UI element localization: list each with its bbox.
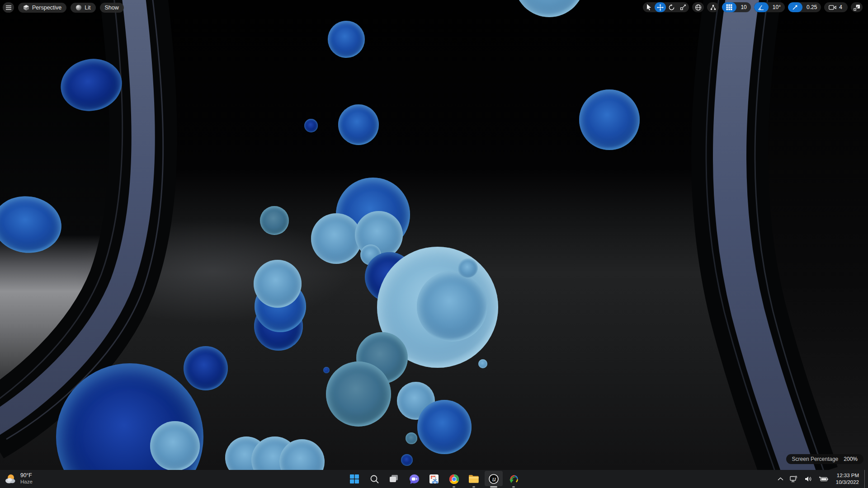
- bubble-sphere: [514, 0, 585, 17]
- svg-text:u: u: [491, 475, 496, 483]
- viewport-toolbar-left: Perspective Lit Show: [3, 2, 124, 13]
- weather-widget[interactable]: 90°F Haze: [5, 470, 33, 488]
- grid-icon: [726, 4, 732, 10]
- screen-capture-button[interactable]: [429, 470, 439, 488]
- viewport-options-button[interactable]: [3, 2, 14, 13]
- rotation-snap-toggle[interactable]: [754, 2, 769, 12]
- cursor-arrow-icon: [646, 4, 652, 10]
- lit-sphere-icon: [75, 5, 82, 11]
- snipping-tool-icon: [429, 474, 439, 484]
- perspective-label: Perspective: [32, 5, 61, 11]
- bubble-sphere: [458, 258, 478, 278]
- viewport-toolbar-right: 10 10° 0.25 4: [643, 2, 863, 12]
- open-indicator: [512, 486, 515, 488]
- bubble-sphere: [150, 421, 200, 470]
- screen-percentage-label: Screen Percentage: [792, 456, 839, 462]
- task-view-icon: [389, 474, 399, 483]
- surface-snapping-button[interactable]: [707, 2, 719, 12]
- transform-tools-group: [643, 2, 689, 12]
- grid-snap-control: 10: [722, 2, 750, 12]
- scale-arrow-icon: [792, 5, 798, 10]
- system-tray: 12:33 PM 10/3/2022: [775, 470, 868, 488]
- scale-snap-toggle[interactable]: [788, 2, 802, 12]
- unreal-editor-screen: Perspective Lit Show: [0, 0, 868, 488]
- weather-condition: Haze: [20, 479, 33, 485]
- taskbar-clock[interactable]: 12:33 PM 10/3/2022: [832, 472, 863, 486]
- select-tool-button[interactable]: [643, 2, 655, 12]
- bubble-sphere: [323, 367, 330, 373]
- rotation-snap-control: 10°: [754, 2, 785, 12]
- folder-icon: [468, 474, 479, 483]
- grid-snap-toggle[interactable]: [722, 2, 736, 12]
- ethernet-network-icon: [790, 476, 797, 483]
- immersive-mode-button[interactable]: [851, 2, 863, 12]
- camera-speed-control: 4: [824, 2, 848, 12]
- weather-text: 90°F Haze: [20, 473, 33, 485]
- tray-status-icons: [786, 472, 832, 486]
- view-mode-dropdown[interactable]: Lit: [71, 3, 95, 13]
- network-button[interactable]: [788, 472, 800, 486]
- bubble-sphere: [311, 213, 362, 264]
- search-icon: [370, 474, 379, 484]
- taskbar-app-icons: u: [349, 470, 519, 488]
- show-label: Show: [105, 5, 119, 11]
- cube-icon: [23, 5, 29, 11]
- move-tool-button[interactable]: [655, 2, 666, 12]
- rotate-icon: [668, 4, 675, 11]
- bubble-sphere: [326, 361, 391, 427]
- bubble-sphere: [406, 432, 417, 444]
- perspective-dropdown[interactable]: Perspective: [18, 3, 66, 13]
- scale-snap-value[interactable]: 0.25: [802, 2, 821, 12]
- clock-time: 12:33 PM: [836, 472, 859, 479]
- weather-sun-cloud-icon: [5, 474, 17, 484]
- view-mode-label: Lit: [85, 5, 90, 11]
- grid-snap-value[interactable]: 10: [736, 2, 750, 12]
- volume-button[interactable]: [802, 472, 814, 486]
- bubble-sphere: [184, 346, 228, 390]
- camera-speed-value[interactable]: 4: [837, 2, 846, 12]
- open-indicator: [453, 486, 455, 488]
- bubble-sphere: [478, 359, 487, 368]
- bubble-sphere: [417, 271, 487, 342]
- chrome-button[interactable]: [448, 470, 459, 488]
- weather-temperature: 90°F: [20, 473, 32, 479]
- show-dropdown[interactable]: Show: [100, 3, 124, 13]
- bubble-sphere: [56, 53, 127, 117]
- move-icon: [657, 4, 664, 11]
- bubble-sphere: [260, 206, 289, 235]
- search-button[interactable]: [369, 470, 380, 488]
- bubble-sphere: [417, 400, 472, 454]
- rotate-tool-button[interactable]: [666, 2, 677, 12]
- windows-taskbar: 90°F Haze: [0, 470, 868, 488]
- bubble-sphere: [0, 192, 65, 258]
- task-view-button[interactable]: [389, 470, 400, 488]
- screen-percentage-value: 200%: [844, 456, 858, 462]
- battery-button[interactable]: [817, 472, 830, 486]
- file-explorer-button[interactable]: [468, 470, 479, 488]
- viewport-3d[interactable]: Perspective Lit Show: [0, 0, 868, 470]
- globe-icon: [695, 4, 702, 11]
- camera-speed-button[interactable]: [826, 2, 837, 12]
- show-desktop-button[interactable]: [864, 470, 868, 488]
- bubbles-layer: [0, 0, 868, 470]
- bubble-sphere: [338, 104, 379, 145]
- windows-logo-icon: [349, 474, 359, 484]
- unreal-engine-button[interactable]: u: [488, 470, 499, 488]
- bubble-sphere: [254, 260, 302, 308]
- scale-tool-button[interactable]: [677, 2, 689, 12]
- chat-video-button[interactable]: [409, 470, 420, 488]
- bubble-sphere: [579, 89, 640, 150]
- camera-icon: [829, 5, 836, 10]
- chrome-icon: [449, 474, 459, 484]
- active-indicator: [490, 486, 497, 488]
- rotation-snap-value[interactable]: 10°: [769, 2, 785, 12]
- bubble-sphere: [304, 119, 318, 132]
- hamburger-menu-icon: [6, 5, 11, 10]
- chevron-up-icon: [778, 477, 783, 481]
- start-button[interactable]: [349, 470, 360, 488]
- idm-button[interactable]: [508, 470, 519, 488]
- world-space-toggle-button[interactable]: [692, 2, 704, 12]
- restore-viewport-icon: [854, 4, 860, 11]
- open-indicator: [472, 486, 475, 488]
- tray-overflow-button[interactable]: [775, 472, 786, 486]
